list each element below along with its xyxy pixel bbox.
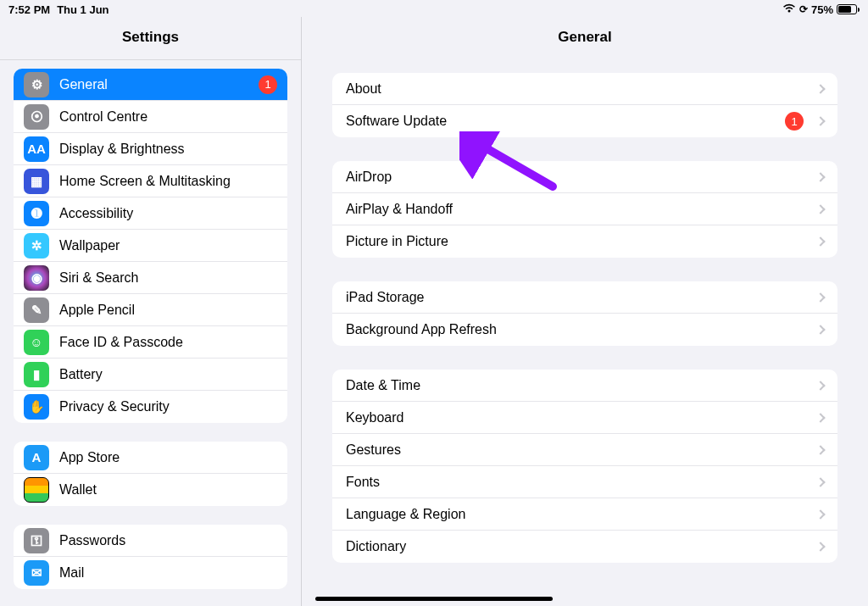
gear-icon: ⚙ bbox=[24, 72, 49, 97]
detail-group: AboutSoftware Update1 bbox=[332, 73, 837, 137]
sidebar-title: Settings bbox=[0, 17, 301, 60]
accessibility-icon: ➊ bbox=[24, 201, 49, 226]
detail-item-label: Language & Region bbox=[346, 507, 809, 522]
orientation-lock-icon: ⟳ bbox=[799, 3, 808, 15]
detail-item-gestures[interactable]: Gestures bbox=[332, 434, 837, 466]
sidebar-item-siri-search[interactable]: ◉Siri & Search bbox=[14, 262, 287, 294]
chevron-right-icon bbox=[815, 509, 825, 519]
detail-item-label: iPad Storage bbox=[346, 290, 809, 305]
sidebar-item-label: App Store bbox=[59, 450, 277, 465]
detail-item-picture-in-picture[interactable]: Picture in Picture bbox=[332, 225, 837, 258]
sidebar-item-label: Passwords bbox=[59, 533, 277, 548]
sidebar-item-mail[interactable]: ✉Mail bbox=[14, 557, 287, 589]
pencil-icon: ✎ bbox=[24, 297, 49, 323]
detail-item-label: Dictionary bbox=[346, 539, 809, 554]
sidebar-item-label: Accessibility bbox=[59, 206, 277, 221]
status-left: 7:52 PM Thu 1 Jun bbox=[8, 3, 109, 16]
notification-badge: 1 bbox=[785, 112, 804, 131]
sidebar-item-face-id-passcode[interactable]: ☺Face ID & Passcode bbox=[14, 326, 287, 359]
detail-item-ipad-storage[interactable]: iPad Storage bbox=[332, 281, 837, 314]
detail-title: General bbox=[302, 17, 868, 59]
hand-icon: ✋ bbox=[24, 394, 49, 420]
detail-group: iPad StorageBackground App Refresh bbox=[332, 281, 837, 346]
sidebar-item-label: Face ID & Passcode bbox=[59, 335, 277, 350]
sidebar-item-wallet[interactable]: Wallet bbox=[14, 474, 287, 506]
detail-item-date-time[interactable]: Date & Time bbox=[332, 370, 837, 402]
status-battery-percent: 75% bbox=[811, 3, 833, 16]
sidebar-group: ⚙General1⦿Control CentreAADisplay & Brig… bbox=[14, 69, 287, 423]
status-date: Thu 1 Jun bbox=[57, 3, 108, 16]
status-bar: 7:52 PM Thu 1 Jun ⟳ 75% bbox=[0, 0, 868, 17]
chevron-right-icon bbox=[815, 325, 825, 334]
sidebar-item-app-store[interactable]: AApp Store bbox=[14, 442, 287, 474]
detail-item-label: Background App Refresh bbox=[346, 322, 809, 337]
sidebar-item-label: Display & Brightness bbox=[59, 142, 277, 157]
status-right: ⟳ 75% bbox=[782, 3, 860, 16]
sidebar-item-apple-pencil[interactable]: ✎Apple Pencil bbox=[14, 294, 287, 326]
detail-item-about[interactable]: About bbox=[332, 73, 837, 105]
status-time: 7:52 PM bbox=[8, 3, 50, 16]
chevron-right-icon bbox=[815, 477, 825, 486]
detail-pane: General AboutSoftware Update1AirDropAirP… bbox=[302, 17, 868, 606]
home-indicator bbox=[315, 597, 553, 601]
appstore-icon: A bbox=[24, 445, 49, 470]
detail-item-label: Picture in Picture bbox=[346, 234, 809, 249]
sidebar-item-display-brightness[interactable]: AADisplay & Brightness bbox=[14, 133, 287, 165]
wifi-icon bbox=[782, 3, 796, 16]
detail-item-label: AirDrop bbox=[346, 170, 809, 185]
detail-item-airplay-handoff[interactable]: AirPlay & Handoff bbox=[332, 193, 837, 225]
detail-item-label: Gestures bbox=[346, 442, 809, 458]
chevron-right-icon bbox=[815, 381, 825, 390]
sidebar-item-label: Battery bbox=[59, 367, 277, 382]
aa-icon: AA bbox=[24, 136, 49, 162]
detail-item-keyboard[interactable]: Keyboard bbox=[332, 402, 837, 434]
sidebar-item-label: Apple Pencil bbox=[59, 303, 277, 318]
battery-icon: ▮ bbox=[24, 362, 49, 387]
detail-scroll[interactable]: AboutSoftware Update1AirDropAirPlay & Ha… bbox=[302, 59, 868, 606]
sidebar-item-label: Home Screen & Multitasking bbox=[59, 174, 277, 189]
sidebar-item-label: Privacy & Security bbox=[59, 399, 277, 414]
chevron-right-icon bbox=[815, 172, 825, 181]
detail-item-fonts[interactable]: Fonts bbox=[332, 466, 837, 498]
sidebar-item-home-screen-multitasking[interactable]: ▦Home Screen & Multitasking bbox=[14, 165, 287, 197]
sidebar-item-wallpaper[interactable]: ✲Wallpaper bbox=[14, 230, 287, 262]
detail-item-label: Keyboard bbox=[346, 410, 809, 425]
detail-item-software-update[interactable]: Software Update1 bbox=[332, 105, 837, 137]
sidebar-item-passwords[interactable]: ⚿Passwords bbox=[14, 525, 287, 557]
detail-item-label: Software Update bbox=[346, 114, 785, 129]
battery-icon bbox=[837, 4, 860, 14]
siri-icon: ◉ bbox=[24, 265, 49, 291]
sidebar-item-control-centre[interactable]: ⦿Control Centre bbox=[14, 101, 287, 133]
detail-item-label: AirPlay & Handoff bbox=[346, 202, 809, 217]
sidebar-group: AApp StoreWallet bbox=[14, 442, 287, 506]
chevron-right-icon bbox=[815, 542, 825, 551]
detail-item-dictionary[interactable]: Dictionary bbox=[332, 531, 837, 563]
detail-item-language-region[interactable]: Language & Region bbox=[332, 498, 837, 531]
mail-icon: ✉ bbox=[24, 560, 49, 586]
chevron-right-icon bbox=[815, 236, 825, 246]
main-split: Settings ⚙General1⦿Control CentreAADispl… bbox=[0, 17, 868, 606]
sidebar-item-accessibility[interactable]: ➊Accessibility bbox=[14, 197, 287, 230]
faceid-icon: ☺ bbox=[24, 330, 49, 355]
key-icon: ⚿ bbox=[24, 528, 49, 553]
sidebar-item-label: Siri & Search bbox=[59, 270, 277, 286]
detail-group: Date & TimeKeyboardGesturesFontsLanguage… bbox=[332, 370, 837, 563]
chevron-right-icon bbox=[815, 204, 825, 214]
chevron-right-icon bbox=[815, 292, 825, 302]
chevron-right-icon bbox=[815, 84, 825, 93]
detail-item-label: Fonts bbox=[346, 475, 809, 490]
chevron-right-icon bbox=[815, 413, 825, 422]
sidebar-item-label: Mail bbox=[59, 565, 277, 581]
grid-icon: ▦ bbox=[24, 169, 49, 194]
wallet-icon bbox=[24, 477, 49, 503]
detail-item-airdrop[interactable]: AirDrop bbox=[332, 161, 837, 193]
chevron-right-icon bbox=[815, 445, 825, 454]
sidebar-item-general[interactable]: ⚙General1 bbox=[14, 69, 287, 101]
sidebar-scroll[interactable]: ⚙General1⦿Control CentreAADisplay & Brig… bbox=[0, 60, 301, 606]
detail-group: AirDropAirPlay & HandoffPicture in Pictu… bbox=[332, 161, 837, 258]
sidebar: Settings ⚙General1⦿Control CentreAADispl… bbox=[0, 17, 302, 606]
notification-badge: 1 bbox=[259, 75, 277, 94]
detail-item-background-app-refresh[interactable]: Background App Refresh bbox=[332, 314, 837, 346]
sidebar-item-battery[interactable]: ▮Battery bbox=[14, 359, 287, 391]
sidebar-item-privacy-security[interactable]: ✋Privacy & Security bbox=[14, 391, 287, 423]
